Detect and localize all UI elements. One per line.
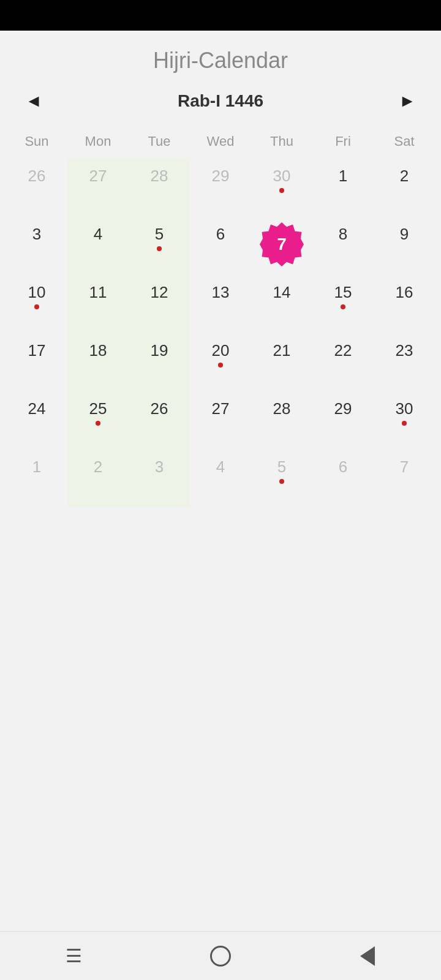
day-cell[interactable]: 4 [190, 449, 251, 507]
day-number: 28 [273, 399, 291, 418]
day-number: 30 [396, 399, 413, 418]
day-cell[interactable]: 30 [374, 391, 435, 449]
day-number: 21 [273, 341, 291, 360]
day-number: 26 [151, 399, 168, 418]
day-number: 6 [339, 458, 347, 477]
day-cell[interactable]: 26 [129, 391, 190, 449]
day-number: 10 [28, 283, 46, 302]
day-cell[interactable]: 27 [190, 391, 251, 449]
week-row-5: 1234567 [6, 449, 435, 507]
day-cell[interactable]: 17 [6, 333, 67, 391]
event-dot [341, 304, 345, 309]
day-number: 24 [28, 399, 46, 418]
day-number: 26 [28, 167, 46, 186]
day-cell[interactable]: 7 [251, 216, 312, 274]
calendar-grid: SunMonTueWedThuFriSat 262728293012345678… [0, 129, 441, 719]
back-icon [360, 946, 375, 966]
week-row-1: 3456789 [6, 216, 435, 274]
day-cell[interactable]: 7 [374, 449, 435, 507]
event-dot [402, 421, 407, 426]
day-header-thu: Thu [251, 129, 312, 154]
day-number: 13 [212, 283, 230, 302]
day-number: 19 [151, 341, 168, 360]
day-cell[interactable]: 29 [312, 391, 374, 449]
day-number: 14 [273, 283, 291, 302]
day-number: 8 [339, 225, 347, 244]
week-row-0: 262728293012 [6, 158, 435, 216]
day-number: 28 [151, 167, 168, 186]
day-number: 16 [396, 283, 413, 302]
day-cell[interactable]: 8 [312, 216, 374, 274]
day-number: 18 [89, 341, 107, 360]
day-cell[interactable]: 28 [251, 391, 312, 449]
day-header-tue: Tue [129, 129, 190, 154]
day-cell[interactable]: 18 [67, 333, 129, 391]
event-dot [279, 479, 284, 484]
day-cell[interactable]: 16 [374, 274, 435, 333]
week-row-2: 10111213141516 [6, 274, 435, 333]
day-cell[interactable]: 14 [251, 274, 312, 333]
calendar-weeks: 2627282930123456789101112131415161718192… [6, 158, 435, 507]
day-cell[interactable]: 27 [67, 158, 129, 216]
today-number: 7 [277, 236, 287, 253]
day-cell[interactable]: 30 [251, 158, 312, 216]
day-number: 29 [334, 399, 352, 418]
home-icon [210, 946, 231, 967]
day-number: 9 [400, 225, 409, 244]
bottom-nav: ☰ [0, 931, 441, 980]
next-month-button[interactable]: ► [392, 86, 423, 116]
day-cell[interactable]: 3 [129, 449, 190, 507]
day-number: 3 [155, 458, 164, 477]
home-button[interactable] [196, 938, 245, 974]
day-number: 7 [400, 458, 409, 477]
day-number: 11 [89, 283, 107, 302]
day-cell[interactable]: 28 [129, 158, 190, 216]
day-cell[interactable]: 10 [6, 274, 67, 333]
day-cell[interactable]: 5 [251, 449, 312, 507]
day-cell[interactable]: 15 [312, 274, 374, 333]
day-cell[interactable]: 3 [6, 216, 67, 274]
day-cell[interactable]: 6 [312, 449, 374, 507]
day-header-sun: Sun [6, 129, 67, 154]
day-cell[interactable]: 13 [190, 274, 251, 333]
day-cell[interactable]: 19 [129, 333, 190, 391]
day-cell[interactable]: 5 [129, 216, 190, 274]
back-button[interactable] [343, 938, 392, 974]
week-row-4: 24252627282930 [6, 391, 435, 449]
today-badge: 7 [260, 222, 304, 266]
day-number: 3 [32, 225, 41, 244]
day-cell[interactable]: 6 [190, 216, 251, 274]
event-dot [96, 421, 100, 426]
day-headers: SunMonTueWedThuFriSat [6, 129, 435, 154]
day-cell[interactable]: 2 [374, 158, 435, 216]
day-cell[interactable]: 24 [6, 391, 67, 449]
day-cell[interactable]: 12 [129, 274, 190, 333]
day-cell[interactable]: 9 [374, 216, 435, 274]
day-header-sat: Sat [374, 129, 435, 154]
day-cell[interactable]: 26 [6, 158, 67, 216]
day-number: 30 [273, 167, 291, 186]
day-number: 2 [94, 458, 102, 477]
day-cell[interactable]: 22 [312, 333, 374, 391]
day-number: 4 [216, 458, 225, 477]
day-number: 23 [396, 341, 413, 360]
status-bar [0, 0, 441, 31]
day-cell[interactable]: 23 [374, 333, 435, 391]
month-nav: ◄ Rab-I 1446 ► [0, 86, 441, 116]
day-cell[interactable]: 25 [67, 391, 129, 449]
menu-icon: ☰ [66, 945, 82, 967]
day-cell[interactable]: 2 [67, 449, 129, 507]
day-cell[interactable]: 1 [6, 449, 67, 507]
day-number: 1 [32, 458, 41, 477]
menu-button[interactable]: ☰ [49, 938, 98, 974]
day-cell[interactable]: 20 [190, 333, 251, 391]
day-cell[interactable]: 11 [67, 274, 129, 333]
day-cell[interactable]: 4 [67, 216, 129, 274]
day-number: 1 [339, 167, 347, 186]
prev-month-button[interactable]: ◄ [18, 86, 49, 116]
day-number: 29 [212, 167, 230, 186]
day-cell[interactable]: 21 [251, 333, 312, 391]
day-number: 27 [89, 167, 107, 186]
day-cell[interactable]: 29 [190, 158, 251, 216]
day-cell[interactable]: 1 [312, 158, 374, 216]
